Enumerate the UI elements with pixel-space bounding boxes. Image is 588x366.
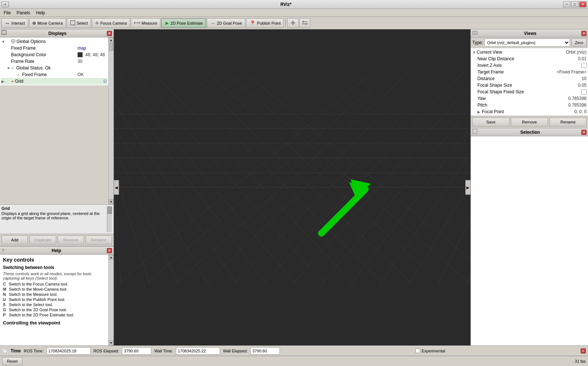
global-options-icon	[11, 39, 15, 44]
type-label: Type:	[472, 40, 483, 45]
window-system-menu[interactable]: ▪	[1, 1, 9, 7]
status-close-button[interactable]: ✕	[581, 348, 586, 354]
selection-close-button[interactable]: ✕	[581, 130, 587, 135]
help-close-button[interactable]: ✕	[107, 248, 112, 253]
svg-line-25	[290, 73, 470, 287]
titlebar: ▪ RViz* ─ □ ✕	[0, 0, 588, 9]
remove-button[interactable]: Remove	[58, 236, 84, 244]
global-options-row[interactable]: ▼ ✓ Global Options	[1, 38, 108, 45]
settings-button[interactable]	[299, 18, 310, 28]
view-invert-z[interactable]: Invert Z Axis	[472, 62, 587, 69]
views-close-button[interactable]: ✕	[581, 31, 587, 36]
view-focal-shape-size[interactable]: Focal Shape Size 0.05	[472, 82, 587, 89]
scroll-down-btn[interactable]: ▼	[109, 199, 113, 204]
measure-label: Measure	[141, 21, 157, 25]
collapse-right-button[interactable]: ▶	[465, 180, 470, 195]
help-scroll-down[interactable]: ▼	[109, 340, 113, 345]
view-distance[interactable]: Distance 10	[472, 75, 587, 82]
rename-button[interactable]: Rename	[86, 236, 112, 244]
current-view-type: Orbit (rviz)	[566, 50, 587, 55]
ros-elapsed-input[interactable]	[122, 347, 151, 355]
selection-panel-icon	[472, 129, 477, 135]
add-display-button[interactable]: ✛	[287, 18, 299, 28]
publish-point-label: Publish Point	[257, 21, 281, 25]
key-g: G	[3, 308, 9, 312]
help-scroll-up[interactable]: ▲	[109, 255, 113, 260]
global-status-fixed-row[interactable]: ✓ Fixed Frame OK	[1, 71, 108, 78]
duplicate-button[interactable]: Duplicate	[29, 236, 56, 244]
svg-line-26	[320, 73, 470, 287]
displays-scrollbar[interactable]: ▲ ▼	[108, 37, 113, 204]
type-select[interactable]: Orbit (rviz_default_plugins)	[484, 39, 570, 47]
view-yaw[interactable]: Yaw 0.785398	[472, 95, 587, 102]
grid-check: ✓	[6, 79, 11, 83]
minimize-button[interactable]: ─	[563, 1, 570, 7]
svg-line-35	[209, 73, 444, 287]
views-remove-button[interactable]: Remove	[511, 118, 548, 126]
svg-line-38	[154, 73, 356, 287]
frame-rate-row[interactable]: Frame Rate 30	[1, 58, 108, 65]
global-status-row[interactable]: ▼ ✓ Global Status: Ok	[1, 65, 108, 71]
wall-time-input[interactable]	[176, 347, 220, 355]
invert-z-checkbox[interactable]	[581, 63, 587, 68]
help-scrollbar[interactable]: ▲ ▼	[108, 255, 113, 345]
svg-line-24	[261, 73, 463, 287]
publish-point-button[interactable]: 📍 Publish Point	[246, 18, 284, 28]
main-layout: Displays ✕ ▼ ✓ Global Options	[0, 29, 588, 345]
menu-panels[interactable]: Panels	[14, 10, 33, 16]
menu-help[interactable]: Help	[33, 10, 48, 16]
pose-estimate-button[interactable]: ➤ 2D Pose Estimate	[161, 18, 206, 28]
frame-rate-value: 30	[77, 59, 107, 64]
experimental-label: Experimental	[422, 349, 445, 353]
viewport[interactable]: .grid-line { stroke: #555; stroke-width:…	[114, 29, 470, 345]
ros-time-input[interactable]	[47, 347, 91, 355]
select-button[interactable]: Select	[67, 18, 91, 28]
measure-button[interactable]: Measure	[131, 18, 160, 28]
fixed-frame-row[interactable]: Fixed Frame map	[1, 45, 108, 51]
views-save-button[interactable]: Save	[472, 118, 509, 126]
global-status-expand: ▼	[7, 66, 11, 70]
views-rename-button[interactable]: Rename	[549, 118, 587, 126]
add-button[interactable]: Add	[1, 236, 28, 244]
focus-camera-button[interactable]: ✛ Focus Camera	[92, 18, 130, 28]
view-near-clip[interactable]: Near Clip Distance 0.01	[472, 55, 587, 62]
grid-row[interactable]: ▶ ✓ ✦ Grid ☑	[1, 78, 108, 85]
close-button[interactable]: ✕	[579, 1, 587, 7]
displays-tree-scroll: ▼ ✓ Global Options Fixed Frame map	[0, 37, 108, 204]
view-target-frame[interactable]: Target Frame <Fixed Frame>	[472, 69, 587, 75]
focal-point-expand: ▶	[477, 110, 482, 114]
displays-panel-icon	[1, 30, 7, 36]
current-view-header[interactable]: ▼ Current View Orbit (rviz)	[472, 49, 587, 55]
scroll-up-btn[interactable]: ▲	[109, 37, 113, 43]
reset-button[interactable]: Reset	[2, 357, 22, 365]
grid-desc-text: Displays a grid along the ground plane, …	[1, 211, 107, 220]
views-buttons-row: Save Remove Rename	[471, 116, 588, 128]
global-options-label: Global Options	[17, 39, 107, 44]
goal-pose-button[interactable]: → 2D Goal Pose	[207, 18, 245, 28]
view-pitch[interactable]: Pitch 0.785398	[472, 102, 587, 108]
view-focal-shape-fixed[interactable]: Focal Shape Fixed Size	[472, 89, 587, 95]
background-color-row[interactable]: Background Color 48; 48; 48	[1, 51, 108, 58]
displays-panel-header: Displays ✕	[0, 29, 113, 37]
zero-button[interactable]: Zero	[571, 39, 587, 47]
view-focal-point[interactable]: ▶ Focal Point 0; 0; 0	[472, 108, 587, 115]
measure-icon	[134, 21, 140, 25]
focal-shape-fixed-checkbox[interactable]	[581, 89, 587, 94]
views-type-row: Type: Orbit (rviz_default_plugins) Zero	[471, 37, 588, 48]
move-camera-button[interactable]: ⊕ Move Camera	[29, 18, 66, 28]
fps-label: 31 fps	[575, 359, 586, 363]
wall-elapsed-input[interactable]	[250, 347, 280, 355]
grid-desc-title: Grid	[1, 206, 107, 211]
displays-close-button[interactable]: ✕	[107, 31, 112, 36]
focus-camera-label: Focus Camera	[100, 21, 127, 25]
maximize-button[interactable]: □	[571, 1, 578, 7]
bottombar: Reset 31 fps	[0, 356, 588, 366]
collapse-left-button[interactable]: ◀	[114, 180, 119, 195]
scroll-thumb[interactable]	[109, 43, 113, 51]
grid-checkbox[interactable]: ☑	[103, 79, 107, 84]
menu-file[interactable]: File	[1, 10, 14, 16]
selection-content	[471, 136, 588, 345]
interact-button[interactable]: ↔ Interact	[1, 18, 28, 28]
help-key-p: P Switch to the 2D Pose Estimate tool.	[3, 313, 105, 317]
experimental-checkbox[interactable]	[415, 348, 420, 353]
